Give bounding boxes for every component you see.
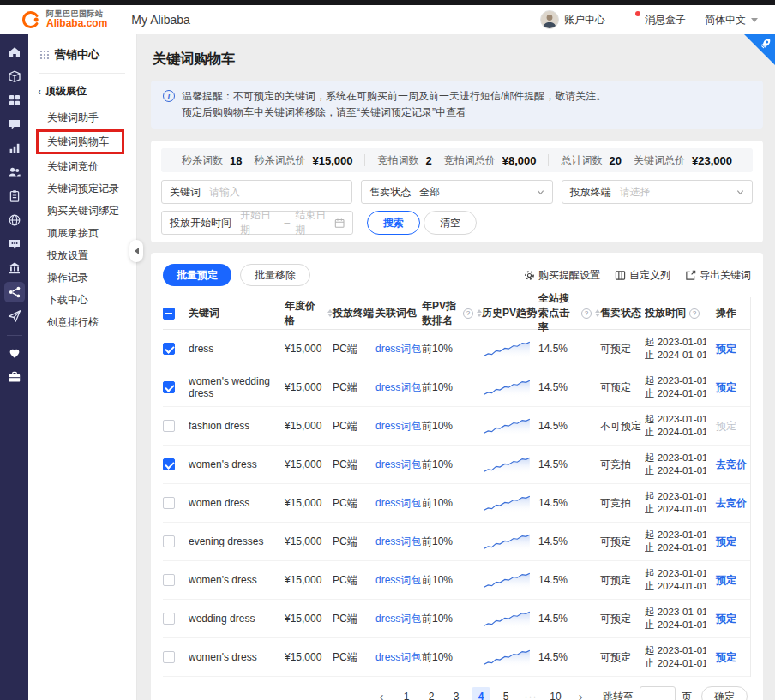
word-package-link[interactable]: dress词包 xyxy=(375,650,421,665)
share-icon[interactable] xyxy=(4,282,25,302)
word-package-link[interactable]: dress词包 xyxy=(375,612,421,626)
chart-icon[interactable] xyxy=(4,138,25,159)
word-package-link[interactable]: dress词包 xyxy=(375,380,421,395)
row-action-link[interactable]: 预定 xyxy=(716,535,736,549)
message-box[interactable]: 消息盒子 xyxy=(624,12,686,27)
page-number[interactable]: 5 xyxy=(496,687,515,700)
sidebar-group-top-showcase[interactable]: ‹ 顶级展位 xyxy=(28,84,136,99)
column-header: 关键词 xyxy=(189,306,285,320)
language-switcher[interactable]: 简体中文 xyxy=(705,13,758,27)
batch-remove-button[interactable]: 批量移除 xyxy=(240,264,310,286)
word-package-link[interactable]: dress词包 xyxy=(375,419,421,434)
word-package-link[interactable]: dress词包 xyxy=(375,342,421,356)
date-filter-label: 投放开始时间 xyxy=(170,216,231,230)
word-package-link[interactable]: dress词包 xyxy=(375,458,421,472)
row-checkbox[interactable] xyxy=(163,651,175,663)
home-icon[interactable] xyxy=(4,42,25,63)
sidebar-menu-item[interactable]: 关键词助手 xyxy=(28,106,136,129)
export-keywords[interactable]: 导出关键词 xyxy=(685,268,751,283)
next-page-arrow[interactable]: › xyxy=(571,687,590,700)
ctr-cell: 14.5% xyxy=(538,535,600,547)
sidebar-menu-item[interactable]: 操作记录 xyxy=(28,266,136,289)
search-button[interactable]: 搜索 xyxy=(367,211,420,235)
row-checkbox[interactable] xyxy=(163,458,175,470)
page-number[interactable]: 3 xyxy=(447,687,466,700)
info-icon[interactable]: ? xyxy=(689,308,700,319)
date-range-picker[interactable]: 投放开始时间 开始日期 – 结束日期 xyxy=(161,211,353,235)
clear-button[interactable]: 清空 xyxy=(424,211,477,235)
jump-page-input[interactable] xyxy=(640,686,676,700)
chat-icon[interactable] xyxy=(4,114,25,135)
send-icon[interactable] xyxy=(4,306,25,326)
sidebar-menu-item[interactable]: 关键词竞价 xyxy=(28,155,136,177)
prev-page-arrow[interactable]: ‹ xyxy=(372,687,391,700)
row-checkbox[interactable] xyxy=(163,497,175,509)
account-center[interactable]: 账户中心 xyxy=(540,10,605,29)
stat-item: 秒杀词总价 ¥15,000 xyxy=(254,153,352,168)
page-number[interactable]: 10 xyxy=(546,687,565,700)
page-number[interactable]: 2 xyxy=(422,687,441,700)
terminal-cell: PC端 xyxy=(333,496,375,511)
time-from: 起 2023-01-01 xyxy=(645,452,706,464)
row-action-link[interactable]: 预定 xyxy=(716,342,736,356)
users-icon[interactable] xyxy=(4,162,25,182)
info-icon[interactable]: ? xyxy=(581,308,592,319)
select-all-checkbox[interactable] xyxy=(163,308,175,320)
row-checkbox[interactable] xyxy=(163,613,175,625)
sidebar-menu-item[interactable]: 创意排行榜 xyxy=(28,311,136,333)
info-icon[interactable]: ? xyxy=(463,308,473,319)
keyword-cell: fashion dress xyxy=(189,420,285,432)
word-package-link[interactable]: dress词包 xyxy=(375,573,421,588)
terminal-filter-select[interactable]: 投放终端 请选择 xyxy=(562,180,753,204)
page-number[interactable]: ··· xyxy=(521,687,540,700)
page-number[interactable]: 4 xyxy=(472,687,490,700)
stat-item: 秒杀词数 18 xyxy=(182,153,242,168)
row-action-link[interactable]: 预定 xyxy=(716,612,736,626)
custom-columns[interactable]: 自定义列 xyxy=(615,268,670,283)
row-action-link: 预定 xyxy=(716,419,736,434)
keyword-cell: women's dress xyxy=(189,574,285,586)
pv-trend-cell xyxy=(482,647,538,668)
clipboard-icon[interactable] xyxy=(4,186,25,206)
ctr-cell: 14.5% xyxy=(538,420,600,432)
row-checkbox[interactable] xyxy=(163,343,175,355)
page-number[interactable]: 1 xyxy=(397,687,416,700)
word-package-link[interactable]: dress词包 xyxy=(375,496,421,511)
sidebar-menu-item[interactable]: 关键词预定记录 xyxy=(28,177,136,200)
row-checkbox[interactable] xyxy=(163,381,175,393)
sidebar-menu-item[interactable]: 关键词购物车 xyxy=(36,129,124,154)
heart-icon[interactable] xyxy=(4,343,25,363)
row-action-link[interactable]: 预定 xyxy=(716,573,736,588)
alibaba-logo[interactable]: 阿里巴巴国际站 Alibaba.com xyxy=(19,9,107,31)
purchase-reminder-settings[interactable]: 购买提醒设置 xyxy=(524,268,600,283)
word-package-link[interactable]: dress词包 xyxy=(375,535,421,549)
confirm-page-button[interactable]: 确定 xyxy=(701,686,748,700)
status-filter-select[interactable]: 售卖状态 全部 xyxy=(361,180,552,204)
row-action-link[interactable]: 预定 xyxy=(716,650,736,665)
row-checkbox[interactable] xyxy=(163,574,175,586)
bank-icon[interactable] xyxy=(4,258,25,278)
time-cell: 起 2023-01-01 止 2024-01-01 xyxy=(645,336,706,362)
batch-reserve-button[interactable]: 批量预定 xyxy=(163,264,231,286)
row-checkbox[interactable] xyxy=(163,535,175,547)
row-action-link[interactable]: 去竞价 xyxy=(716,496,747,511)
globe-icon[interactable] xyxy=(4,210,25,230)
row-action-link[interactable]: 去竞价 xyxy=(716,458,747,472)
sidebar-menu-item[interactable]: 购买关键词绑定 xyxy=(28,200,136,222)
notice-line-1: 温馨提醒：不可预定的关键词，系统在可购买前一周及前一天进行短信/邮件提醒，敬请关… xyxy=(182,88,606,105)
comments-icon[interactable] xyxy=(4,234,25,254)
sidebar-menu-item[interactable]: 顶展承接页 xyxy=(28,222,136,244)
sidebar-section-header[interactable]: 营销中心 xyxy=(28,47,136,63)
row-checkbox[interactable] xyxy=(163,420,175,432)
jump-to-label: 跳转至 xyxy=(603,690,634,700)
sidebar-menu-item[interactable]: 下载中心 xyxy=(28,289,136,311)
table-row: women dress ¥15,000 PC端 dress词包 前10% 14.… xyxy=(163,484,750,523)
apps-icon[interactable] xyxy=(4,90,25,111)
briefcase-icon[interactable] xyxy=(4,367,25,387)
sidebar-collapse-handle[interactable] xyxy=(129,240,143,262)
orders-icon[interactable] xyxy=(4,66,25,87)
keyword-filter-input[interactable]: 关键词 请输入 xyxy=(161,180,352,204)
table-row: dress ¥15,000 PC端 dress词包 前10% 14.5% 可预定… xyxy=(163,330,750,368)
sidebar-menu-item[interactable]: 投放设置 xyxy=(28,244,136,266)
row-action-link[interactable]: 预定 xyxy=(716,380,736,395)
